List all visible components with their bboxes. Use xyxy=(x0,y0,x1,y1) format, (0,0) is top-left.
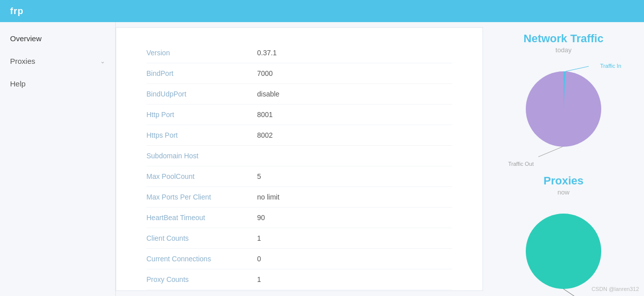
info-value: 7000 xyxy=(257,69,273,77)
sidebar-item-help[interactable]: Help xyxy=(0,72,115,95)
info-label: Proxy Counts xyxy=(146,275,257,283)
table-row: Max PoolCount5 xyxy=(146,166,452,187)
traffic-in-label: Traffic In xyxy=(600,63,621,69)
proxies-section: Proxies now TCP xyxy=(488,174,639,296)
info-value: 8002 xyxy=(257,131,273,139)
info-label: Version xyxy=(146,49,257,57)
content-area: Version0.37.1BindPort7000BindUdpPortdisa… xyxy=(116,27,483,291)
sidebar-label-proxies: Proxies xyxy=(10,57,35,65)
network-traffic-subtitle: today xyxy=(555,46,572,54)
table-row: Https Port8002 xyxy=(146,125,452,146)
info-value: 90 xyxy=(257,214,265,222)
proxies-title: Proxies xyxy=(543,174,584,187)
main-layout: Overview Proxies ⌄ Help Version0.37.1Bin… xyxy=(0,22,644,296)
info-table: Version0.37.1BindPort7000BindUdpPortdisa… xyxy=(146,43,452,290)
table-row: BindUdpPortdisable xyxy=(146,84,452,105)
table-row: Client Counts1 xyxy=(146,228,452,249)
info-value: 1 xyxy=(257,234,261,242)
sidebar-item-overview[interactable]: Overview xyxy=(0,27,115,50)
sidebar: Overview Proxies ⌄ Help xyxy=(0,22,116,296)
info-label: BindUdpPort xyxy=(146,90,257,98)
network-traffic-section: Network Traffic today Traffic In Traffic… xyxy=(488,32,639,169)
info-label: Http Port xyxy=(146,111,257,119)
watermark: CSDN @lanren312 xyxy=(592,286,639,292)
sidebar-label-overview: Overview xyxy=(10,34,42,43)
table-row: HeartBeat Timeout90 xyxy=(146,208,452,228)
header: frp xyxy=(0,0,644,22)
table-row: Proxy Counts1 xyxy=(146,269,452,290)
network-traffic-chart: Traffic In Traffic Out xyxy=(513,59,614,169)
traffic-in-connector xyxy=(566,66,589,71)
traffic-pie-svg xyxy=(513,59,614,159)
info-value: no limit xyxy=(257,193,279,201)
info-value: 8001 xyxy=(257,111,273,119)
info-label: Client Counts xyxy=(146,234,257,242)
right-panel: Network Traffic today Traffic In Traffic… xyxy=(483,22,644,296)
table-row: BindPort7000 xyxy=(146,63,452,84)
proxies-svg xyxy=(513,201,614,296)
info-label: HeartBeat Timeout xyxy=(146,214,257,222)
table-row: Http Port8001 xyxy=(146,105,452,125)
tcp-segment xyxy=(526,214,601,289)
proxies-subtitle: now xyxy=(557,188,570,196)
info-value: 1 xyxy=(257,275,261,283)
info-value: 5 xyxy=(257,172,261,180)
info-label: Max PoolCount xyxy=(146,172,257,180)
info-value: 0 xyxy=(257,255,261,263)
table-row: Current Connections0 xyxy=(146,249,452,269)
table-row: Version0.37.1 xyxy=(146,43,452,63)
table-row: Subdomain Host xyxy=(146,146,452,166)
info-value: 0.37.1 xyxy=(257,49,277,57)
tcp-connector xyxy=(564,289,579,296)
chevron-down-icon: ⌄ xyxy=(100,58,105,65)
sidebar-item-proxies[interactable]: Proxies ⌄ xyxy=(0,50,115,72)
network-traffic-title: Network Traffic xyxy=(524,32,604,45)
proxies-chart: TCP xyxy=(513,201,614,296)
app-title: frp xyxy=(10,6,24,17)
info-label: Current Connections xyxy=(146,255,257,263)
traffic-out-connector xyxy=(538,147,562,157)
traffic-out-label: Traffic Out xyxy=(508,161,534,167)
info-label: Subdomain Host xyxy=(146,152,257,160)
sidebar-label-help: Help xyxy=(10,79,26,88)
table-row: Max Ports Per Clientno limit xyxy=(146,187,452,208)
info-label: Max Ports Per Client xyxy=(146,193,257,201)
info-label: Https Port xyxy=(146,131,257,139)
info-value: disable xyxy=(257,90,279,98)
info-label: BindPort xyxy=(146,69,257,77)
